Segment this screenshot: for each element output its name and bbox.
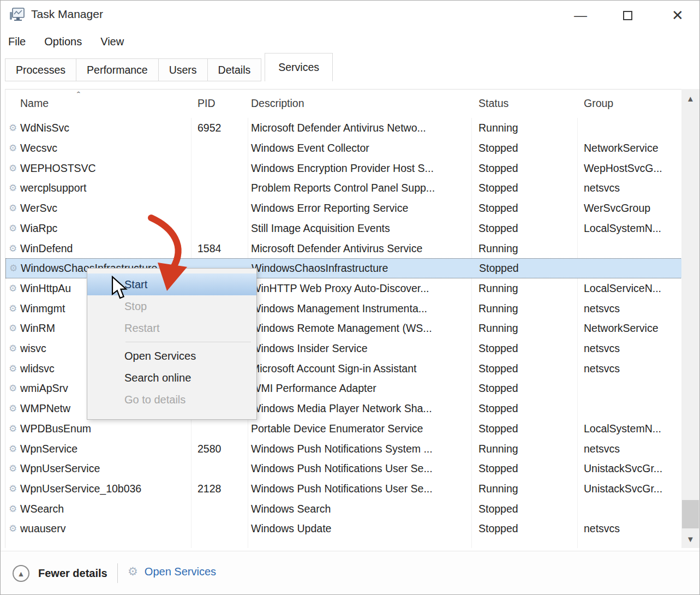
table-row[interactable]: ⚙WSearchWindows SearchStopped xyxy=(5,498,682,519)
service-name: WerSvc xyxy=(20,202,57,215)
open-services-link[interactable]: ⚙ Open Services xyxy=(128,565,216,578)
tab-users[interactable]: Users xyxy=(158,58,207,81)
service-description: Still Image Acquisition Events xyxy=(251,222,390,234)
menu-view[interactable]: View xyxy=(100,35,124,48)
table-row[interactable]: ⚙WerSvcWindows Error Reporting ServiceSt… xyxy=(5,198,682,218)
service-status: Running xyxy=(478,322,518,335)
context-menu-item-open-services[interactable]: Open Services xyxy=(87,345,256,367)
context-menu-item-restart: Restart xyxy=(87,317,256,339)
service-description: WindowsChaosInfrastructure xyxy=(252,262,388,275)
service-status: Running xyxy=(478,282,518,294)
sort-ascending-icon: ⌃ xyxy=(75,91,82,98)
service-status: Stopped xyxy=(478,502,518,515)
task-manager-icon xyxy=(9,8,25,22)
service-group: NetworkService xyxy=(584,322,659,335)
service-gear-icon: ⚙ xyxy=(9,222,17,234)
service-status: Stopped xyxy=(478,462,518,475)
scrollbar-thumb[interactable] xyxy=(682,500,699,528)
service-description: Windows Media Player Network Sha... xyxy=(251,402,432,415)
service-name: WpnUserService xyxy=(20,462,100,475)
service-description: Windows Update xyxy=(251,522,331,535)
vertical-scrollbar[interactable]: ▲ ▼ xyxy=(681,89,699,548)
service-group: netsvcs xyxy=(584,302,620,314)
service-description: Windows Event Collector xyxy=(251,142,369,154)
service-group: WepHostSvcG... xyxy=(584,162,662,174)
menu-file[interactable]: File xyxy=(8,35,26,48)
service-status: Stopped xyxy=(478,182,518,194)
service-gear-icon: ⚙ xyxy=(9,182,17,194)
service-status: Stopped xyxy=(479,262,519,275)
service-group: netsvcs xyxy=(584,182,620,194)
service-status: Running xyxy=(478,242,518,254)
service-pid: 6952 xyxy=(198,122,221,134)
window-title: Task Manager xyxy=(31,8,103,21)
column-header-group[interactable]: Group xyxy=(584,97,613,110)
menu-options[interactable]: Options xyxy=(44,35,82,48)
scrollbar-down-icon[interactable]: ▼ xyxy=(681,529,699,548)
scrollbar-up-icon[interactable]: ▲ xyxy=(681,89,699,108)
service-gear-icon: ⚙ xyxy=(9,302,17,314)
tab-services[interactable]: Services xyxy=(265,53,333,81)
service-description: Windows Push Notifications User Se... xyxy=(251,482,433,495)
service-name: WinHttpAu xyxy=(20,282,71,294)
tab-performance[interactable]: Performance xyxy=(76,58,158,81)
service-name: WPDBusEnum xyxy=(20,422,91,435)
table-row[interactable]: ⚙WPDBusEnumPortable Device Enumerator Se… xyxy=(5,419,682,439)
service-description: Microsoft Account Sign-in Assistant xyxy=(251,362,416,374)
service-description: WinHTTP Web Proxy Auto-Discover... xyxy=(251,282,429,294)
service-group: NetworkService xyxy=(584,142,659,154)
service-status: Running xyxy=(478,442,518,455)
service-gear-icon: ⚙ xyxy=(9,203,17,214)
service-description: Windows Push Notifications User Se... xyxy=(251,462,433,475)
close-button[interactable]: ✕ xyxy=(662,5,693,26)
service-status: Stopped xyxy=(478,202,518,215)
footer-bar: ▲ Fewer details ⚙ Open Services xyxy=(1,551,699,595)
tab-details[interactable]: Details xyxy=(207,58,262,81)
service-group: UnistackSvcGr... xyxy=(584,462,662,475)
table-row[interactable]: ⚙WecsvcWindows Event CollectorStoppedNet… xyxy=(5,138,682,158)
service-name: WinDefend xyxy=(20,242,73,254)
table-row[interactable]: ⚙WiaRpcStill Image Acquisition EventsSto… xyxy=(5,218,682,239)
tab-processes[interactable]: Processes xyxy=(5,58,76,81)
service-group: LocalSystemN... xyxy=(584,422,661,435)
table-row[interactable]: ⚙WEPHOSTSVCWindows Encryption Provider H… xyxy=(5,158,682,178)
service-gear-icon: ⚙ xyxy=(9,503,17,514)
column-header-pid[interactable]: PID xyxy=(198,97,216,110)
service-name: WinRM xyxy=(20,322,55,335)
table-row[interactable]: ⚙WdNisSvc6952Microsoft Defender Antiviru… xyxy=(5,118,682,138)
context-menu-item-start[interactable]: Start xyxy=(87,273,256,295)
table-row[interactable]: ⚙wuauservWindows UpdateStoppednetsvcs xyxy=(5,519,682,539)
service-group: netsvcs xyxy=(584,342,620,355)
column-header-name[interactable]: Name xyxy=(20,97,49,110)
service-gear-icon: ⚙ xyxy=(9,282,17,294)
close-icon: ✕ xyxy=(672,7,684,24)
maximize-icon xyxy=(623,11,632,20)
service-pid: 1584 xyxy=(198,242,221,254)
table-row[interactable]: ⚙WpnUserServiceWindows Push Notification… xyxy=(5,459,682,479)
table-row[interactable]: ⚙wercplsupportProblem Reports Control Pa… xyxy=(5,178,682,198)
service-group: LocalServiceN... xyxy=(584,282,661,294)
minimize-button[interactable]: — xyxy=(565,5,596,26)
maximize-button[interactable] xyxy=(612,5,643,26)
column-header-description[interactable]: Description xyxy=(251,97,304,110)
service-gear-icon: ⚙ xyxy=(9,343,17,354)
context-menu-item-search-online[interactable]: Search online xyxy=(87,367,256,389)
service-description: Windows Error Reporting Service xyxy=(251,202,408,215)
service-gear-icon: ⚙ xyxy=(9,362,17,374)
service-status: Stopped xyxy=(478,382,518,395)
service-status: Stopped xyxy=(478,522,518,535)
service-gear-icon: ⚙ xyxy=(9,162,17,174)
fewer-details-button[interactable]: ▲ Fewer details xyxy=(13,565,107,582)
service-name: WiaRpc xyxy=(20,222,57,234)
column-header-status[interactable]: Status xyxy=(478,97,508,110)
service-gear-icon: ⚙ xyxy=(9,122,17,134)
service-group: WerSvcGroup xyxy=(584,202,650,215)
service-name: WSearch xyxy=(20,502,64,515)
table-row[interactable]: ⚙WpnUserService_10b0362128Windows Push N… xyxy=(5,479,682,499)
table-row[interactable]: ⚙WinDefend1584Microsoft Defender Antivir… xyxy=(5,238,682,258)
table-row[interactable]: ⚙WpnService2580Windows Push Notification… xyxy=(5,438,682,459)
service-gear-icon: ⚙ xyxy=(9,383,17,394)
service-description: Windows Search xyxy=(251,502,331,515)
service-gear-icon: ⚙ xyxy=(9,483,17,494)
service-pid: 2128 xyxy=(198,482,221,495)
